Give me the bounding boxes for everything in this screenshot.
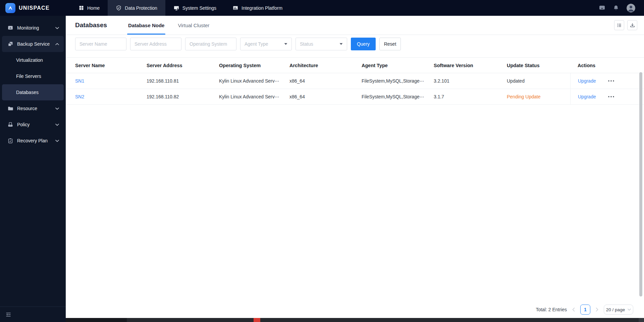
agent-type-select-placeholder: Agent Type — [245, 41, 268, 47]
sidebar-item-recovery-plan[interactable]: Recovery Plan — [2, 133, 64, 149]
user-avatar[interactable] — [627, 4, 635, 12]
topnav-system-settings[interactable]: System Settings — [165, 0, 224, 16]
topbar-right — [599, 4, 644, 12]
clipboard-check-icon — [7, 138, 13, 144]
top-navigation: Home Data Protection System Settings — [70, 0, 290, 16]
upgrade-link[interactable]: Upgrade — [578, 94, 596, 99]
message-icon[interactable] — [599, 5, 605, 11]
sidebar-item-virtualization[interactable]: Virtualization — [2, 52, 64, 68]
sidebar-item-resource-label: Resource — [17, 106, 52, 111]
tab-database-node[interactable]: Database Node — [127, 16, 165, 35]
chart-window-icon — [232, 5, 238, 11]
monitoring-icon — [7, 25, 13, 31]
tabs: Database Node Virtual Cluster — [127, 16, 210, 35]
status-select-placeholder: Status — [300, 41, 313, 47]
topnav-data-protection-label: Data Protection — [125, 5, 157, 11]
horizontal-scrollbar-thumb[interactable] — [66, 318, 127, 322]
chevron-down-icon — [55, 124, 59, 126]
column-header-architecture: Architecture — [289, 63, 362, 68]
brand: UNISPACE — [0, 3, 66, 13]
topnav-data-protection[interactable]: Data Protection — [108, 0, 165, 16]
page-number-button[interactable]: 1 — [580, 305, 590, 315]
agent-type-select[interactable]: Agent Type — [240, 38, 292, 50]
sidebar-item-resource[interactable]: Resource — [2, 100, 64, 117]
scrollbar-endcap — [639, 318, 644, 322]
servers-table: Server Name Server Address Operating Sys… — [66, 57, 644, 105]
architecture-value: x86_64 — [289, 94, 362, 99]
column-header-software-version: Software Version — [434, 63, 507, 68]
server-name-link[interactable]: SN2 — [75, 94, 84, 99]
brand-name: UNISPACE — [19, 5, 50, 11]
tab-virtual-cluster-label: Virtual Cluster — [178, 22, 209, 28]
header-actions — [614, 20, 637, 30]
update-status-badge: Pending Update — [507, 94, 570, 99]
column-header-agent-type: Agent Type — [362, 63, 434, 68]
server-address-input[interactable] — [130, 38, 181, 50]
topnav-home-label: Home — [87, 5, 100, 11]
server-address-value: 192.168.110.82 — [147, 94, 219, 99]
table-header-row: Server Name Server Address Operating Sys… — [66, 57, 644, 73]
chevron-down-icon — [628, 309, 631, 311]
agent-type-value: FileSystem,MySQL,Storage⋯ — [362, 78, 434, 84]
sidebar-item-databases-label: Databases — [16, 90, 39, 95]
sidebar-item-file-servers[interactable]: File Servers — [2, 68, 64, 84]
download-button[interactable] — [627, 20, 637, 30]
collapse-sidebar-icon[interactable] — [5, 311, 12, 318]
sidebar-item-monitoring[interactable]: Monitoring — [2, 20, 64, 36]
column-header-update-status: Update Status — [507, 63, 570, 68]
operating-system-input[interactable] — [185, 38, 236, 50]
topnav-integration-platform[interactable]: Integration Platform — [224, 0, 290, 16]
home-icon — [78, 5, 84, 11]
backup-icon — [7, 41, 13, 47]
bell-icon[interactable] — [613, 5, 619, 11]
sidebar-item-policy[interactable]: Policy — [2, 117, 64, 133]
query-button[interactable]: Query — [351, 38, 376, 50]
tab-virtual-cluster[interactable]: Virtual Cluster — [177, 16, 210, 35]
sidebar-item-databases[interactable]: Databases — [2, 84, 64, 100]
sidebar-item-backup-service[interactable]: Backup Service — [2, 36, 64, 52]
pagination-total: Total: 2 Entries — [536, 307, 567, 312]
next-page-icon[interactable] — [596, 308, 598, 312]
server-name-link[interactable]: SN1 — [75, 78, 84, 84]
shield-icon — [116, 5, 122, 11]
topnav-home[interactable]: Home — [70, 0, 108, 16]
column-header-actions: Actions — [570, 58, 644, 73]
page-title: Databases — [75, 21, 107, 29]
table-row: SN2 192.168.110.82 Kylin Linux Advanced … — [66, 89, 644, 105]
column-settings-button[interactable] — [614, 20, 624, 30]
operating-system-value: Kylin Linux Advanced Serv⋯ — [219, 94, 289, 99]
reset-button[interactable]: Reset — [379, 38, 401, 50]
more-actions-icon[interactable] — [608, 96, 614, 97]
chevron-up-icon — [55, 43, 59, 45]
table-row: SN1 192.168.110.81 Kylin Linux Advanced … — [66, 73, 644, 89]
horizontal-scrollbar[interactable] — [66, 318, 644, 322]
download-icon — [630, 22, 635, 28]
page-size-label: 20 / page — [606, 307, 625, 312]
more-actions-icon[interactable] — [608, 80, 614, 82]
architecture-value: x86_64 — [289, 78, 362, 84]
software-version-value: 3.1.7 — [434, 94, 507, 99]
pagination: Total: 2 Entries 1 20 / page — [536, 305, 633, 315]
topnav-system-settings-label: System Settings — [182, 5, 216, 11]
unispace-logo-icon — [5, 3, 15, 13]
scrollbar-red-marker — [254, 318, 260, 322]
operating-system-value: Kylin Linux Advanced Serv⋯ — [219, 78, 289, 84]
column-header-server-name: Server Name — [66, 63, 147, 68]
update-status-badge: Updated — [507, 78, 570, 84]
upgrade-link[interactable]: Upgrade — [578, 78, 596, 84]
column-header-operating-system: Operating System — [219, 63, 289, 68]
previous-page-icon[interactable] — [572, 308, 575, 312]
sidebar-item-policy-label: Policy — [17, 122, 52, 127]
topbar: UNISPACE Home Data Protection — [0, 0, 644, 16]
chevron-down-icon — [55, 140, 59, 142]
software-version-value: 3.2.101 — [434, 78, 507, 84]
server-address-value: 192.168.110.81 — [147, 78, 219, 84]
page-size-select[interactable]: 20 / page — [604, 305, 633, 315]
list-icon — [616, 22, 622, 28]
vertical-scrollbar-thumb[interactable] — [639, 72, 642, 296]
server-name-input[interactable] — [75, 38, 126, 50]
chevron-down-icon — [55, 107, 59, 110]
tab-database-node-label: Database Node — [128, 22, 164, 28]
status-select[interactable]: Status — [296, 38, 347, 50]
agent-type-value: FileSystem,MySQL,Storage⋯ — [362, 94, 434, 99]
